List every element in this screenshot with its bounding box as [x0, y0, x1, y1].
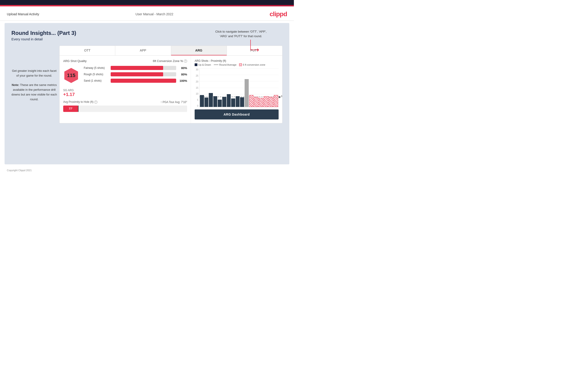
legend-up-down: Up & Down [195, 63, 211, 66]
chart-bar-1 [200, 95, 204, 107]
bar-container-rough [111, 72, 176, 76]
shot-row-rough: Rough (5 shots) 80% [84, 72, 187, 76]
bar-fill-rough [111, 72, 163, 76]
bar-fill-sand [111, 79, 176, 83]
legend-dash-icon [214, 65, 218, 65]
shot-bars: Fairway (5 shots) 80% Rough (5 shots) [84, 66, 187, 85]
chart-bar-8 [231, 99, 235, 107]
header-logo-area: clippd [270, 10, 287, 18]
hex-score-area: 115 Fairway (5 shots) 80% R [63, 66, 187, 85]
panel-body: ARG Shot Quality 6ft Conversion Zone % ? [60, 56, 282, 123]
top-bar [0, 0, 294, 5]
legend-6ft-label: 6 ft conversion zone [243, 63, 265, 66]
bar-pct-sand: 100% [178, 79, 187, 83]
annotation-arrow [215, 40, 267, 56]
bars-area: 8 [199, 68, 279, 107]
ref-dot-right [279, 96, 280, 98]
chart-bar-7 [227, 94, 231, 107]
chart-bar-hatch-6 [274, 95, 278, 107]
hexagon: 115 [63, 67, 79, 83]
note-label: Note: [12, 83, 19, 87]
legend-up-down-label: Up & Down [198, 63, 211, 66]
chart-bar-6 [222, 97, 226, 107]
sg-section: SG ARG +1.17 [63, 89, 187, 97]
shot-label-rough: Rough (5 shots) [84, 73, 109, 76]
shot-label-sand: Sand (1 shots) [84, 79, 109, 82]
shot-row-fairway: Fairway (5 shots) 80% [84, 66, 187, 70]
question-icon[interactable]: ? [184, 59, 187, 63]
proximity-question-icon[interactable]: ? [94, 100, 97, 104]
chart-bar-5 [218, 100, 222, 107]
svg-marker-2 [257, 48, 259, 51]
round-panel: OTT APP ARG PUTT ARG Shot Quality [59, 46, 283, 123]
proximity-header: Avg Proximity to Hole (ft) ? ↑ PGA Tour … [63, 100, 187, 104]
chart-bar-hatch-5 [269, 97, 273, 107]
shot-row-sand: Sand (1 shots) 100% [84, 79, 187, 83]
chart-bar-tall [245, 79, 249, 107]
header: Upload Manual Activity User Manual - Mar… [0, 6, 294, 21]
arg-dashboard-button[interactable]: ARG Dashboard [195, 109, 279, 119]
ref-label: 8 [281, 95, 282, 98]
section-header: ARG Shot Quality 6ft Conversion Zone % ? [63, 59, 187, 63]
conversion-label: 6ft Conversion Zone % ? [153, 59, 187, 63]
legend-6ft-zone: 6 ft conversion zone [239, 63, 265, 66]
chart-bar-9 [236, 96, 240, 107]
chart-title: ARG Shots - Proximity (ft) [195, 59, 226, 62]
hex-number: 115 [67, 73, 76, 78]
chart-bar-2 [204, 98, 208, 107]
chart-bar-4 [213, 96, 217, 107]
shot-quality-label: ARG Shot Quality [63, 59, 87, 63]
tab-app[interactable]: APP [115, 46, 171, 55]
legend-hatch-icon [239, 63, 242, 66]
legend-square-icon [195, 63, 197, 66]
panel-left: ARG Shot Quality 6ft Conversion Zone % ? [60, 56, 191, 123]
proximity-cursor [78, 106, 78, 112]
proximity-bar: 77' [63, 106, 187, 112]
chart-container: 30 25 20 15 10 5 0 [195, 68, 279, 107]
chart-bars [199, 68, 279, 107]
header-manual-label: User Manual - March 2022 [136, 12, 173, 16]
chart-bar-hatch-2 [254, 97, 259, 107]
pga-avg-label: ↑ PGA Tour Avg: 7'10" [160, 100, 187, 104]
bar-fill-fairway [111, 66, 163, 70]
chart-bar-10 [240, 97, 244, 107]
shot-label-fairway: Fairway (5 shots) [84, 66, 109, 69]
proximity-label: Avg Proximity to Hole (ft) ? [63, 100, 97, 104]
proximity-fill: 77' [63, 106, 78, 112]
y-axis: 30 25 20 15 10 5 0 [195, 68, 199, 107]
annotation-area: Click to navigate between 'OTT', 'APP','… [215, 29, 267, 56]
bar-chart: 30 25 20 15 10 5 0 [195, 68, 279, 107]
chart-header: ARG Shots - Proximity (ft) Up & Down Rou… [195, 59, 279, 66]
chart-legend: Up & Down Round Average 6 ft conversion … [195, 63, 265, 66]
chart-bar-hatch-3 [259, 98, 264, 107]
bar-container-sand [111, 79, 176, 83]
sg-label: SG ARG [63, 89, 187, 92]
bar-container-fairway [111, 66, 176, 70]
panel-right: ARG Shots - Proximity (ft) Up & Down Rou… [191, 56, 282, 123]
annotation-text: Click to navigate between 'OTT', 'APP','… [215, 29, 267, 38]
header-upload-label: Upload Manual Activity [7, 12, 39, 16]
chart-bar-hatch-4 [264, 96, 268, 107]
legend-round-avg-label: Round Average [219, 63, 237, 66]
main-content: Round Insights... (Part 3) Every round i… [5, 23, 289, 164]
clippd-logo: clippd [270, 10, 287, 17]
sg-value: +1.17 [63, 92, 187, 97]
copyright-text: Copyright Clippd 2021 [7, 169, 32, 172]
footer: Copyright Clippd 2021 [0, 167, 294, 174]
legend-round-avg: Round Average [214, 63, 237, 66]
bar-pct-fairway: 80% [178, 66, 187, 70]
side-insight: Get greater insight into each facet of y… [11, 69, 57, 102]
chart-bar-3 [209, 93, 213, 107]
tab-ott[interactable]: OTT [60, 46, 115, 55]
bar-pct-rough: 80% [178, 73, 187, 76]
panel-wrapper: OTT APP ARG PUTT ARG Shot Quality [59, 46, 283, 123]
chart-bar-hatch-1 [249, 95, 254, 107]
